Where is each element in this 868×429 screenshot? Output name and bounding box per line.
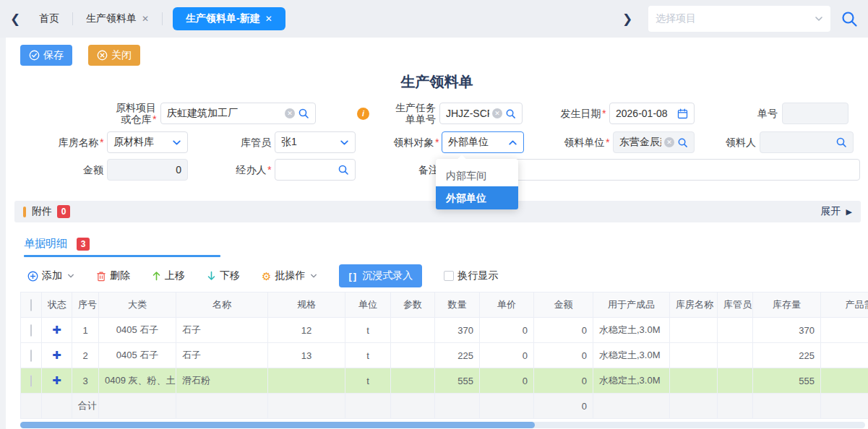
cell-demand bbox=[821, 343, 868, 368]
check-circle-icon bbox=[29, 50, 40, 61]
tab-detail[interactable]: 单据明细 3 bbox=[24, 237, 90, 251]
search-icon[interactable] bbox=[677, 137, 688, 148]
row-add-icon[interactable]: ✚ bbox=[42, 368, 72, 394]
clear-icon[interactable]: ✕ bbox=[285, 108, 295, 118]
gear-icon: ⚙ bbox=[262, 271, 271, 282]
tab-bar: ❮ 首页 生产领料单 ✕ 生产领料单-新建 ✕ ❯ 选择项目 bbox=[0, 0, 868, 38]
row-select-cell bbox=[21, 368, 42, 394]
cell-param bbox=[391, 368, 435, 394]
scrollbar-thumb[interactable] bbox=[20, 422, 535, 428]
tabs-scroll-right-icon[interactable]: ❯ bbox=[622, 12, 638, 27]
form-row-2: 库房名称* 原材料库 库管员 张1 领料对象* 外部单位 bbox=[6, 131, 868, 153]
material-project-value: 庆虹建筑加工厂 bbox=[167, 107, 282, 120]
row-add-icon[interactable]: ✚ bbox=[42, 343, 72, 368]
cell-empty bbox=[718, 394, 753, 419]
unit-input[interactable]: 东营金辰建 ✕ bbox=[613, 131, 695, 153]
tab-home[interactable]: 首页 bbox=[26, 7, 72, 30]
info-icon[interactable]: i bbox=[357, 108, 369, 120]
clear-icon[interactable]: ✕ bbox=[664, 137, 674, 147]
batch-ops-label: 批操作 bbox=[275, 269, 305, 282]
clear-icon[interactable]: ✕ bbox=[492, 108, 502, 118]
cell-name: 石子 bbox=[176, 318, 268, 343]
calendar-icon[interactable] bbox=[677, 108, 688, 119]
horizontal-scrollbar[interactable] bbox=[20, 422, 865, 428]
chevron-up-icon bbox=[508, 138, 517, 147]
row-checkbox[interactable] bbox=[30, 375, 32, 387]
cell-unit: t bbox=[345, 343, 391, 368]
table-row[interactable]: ✚ 2 0405 石子 石子 13 t 225 0 0 水稳定土,3.0M 22… bbox=[21, 343, 868, 368]
search-icon[interactable] bbox=[338, 164, 349, 176]
cell-category: 0405 石子 bbox=[99, 318, 176, 343]
date-input[interactable]: 2026-01-08 bbox=[609, 103, 695, 124]
content-panel: 保存 关闭 生产领料单 原料项目 或仓库* 庆虹建筑加工厂 ✕ i bbox=[6, 38, 868, 429]
attachment-count-badge: 0 bbox=[57, 205, 70, 218]
dropdown-option-external[interactable]: 外部单位 bbox=[436, 186, 518, 209]
warehouse-select[interactable]: 原材料库 bbox=[107, 131, 188, 153]
required-mark: * bbox=[602, 108, 606, 119]
row-checkbox[interactable] bbox=[30, 350, 32, 362]
tab-production-requisition[interactable]: 生产领料单 ✕ bbox=[73, 7, 162, 30]
cell-demand bbox=[821, 318, 868, 343]
delete-label: 删除 bbox=[110, 269, 130, 282]
cell-param bbox=[391, 343, 435, 368]
cell-keeper bbox=[718, 368, 753, 394]
table-row[interactable]: ✚ 1 0405 石子 石子 12 t 370 0 0 水稳定土,3.0M 37… bbox=[21, 318, 868, 343]
project-select-placeholder: 选择项目 bbox=[656, 12, 815, 25]
tab-close-icon[interactable]: ✕ bbox=[142, 14, 149, 24]
cell-empty bbox=[176, 394, 268, 419]
col-unit: 单位 bbox=[345, 292, 391, 318]
cell-price: 0 bbox=[480, 368, 534, 394]
search-icon[interactable] bbox=[841, 10, 858, 27]
cell-empty bbox=[753, 394, 821, 419]
required-mark: * bbox=[606, 136, 609, 148]
cell-spec: 12 bbox=[268, 318, 345, 343]
picker-input bbox=[760, 131, 854, 153]
select-all-checkbox[interactable] bbox=[30, 299, 32, 311]
keeper-select[interactable]: 张1 bbox=[275, 131, 356, 153]
move-up-button[interactable]: 上移 bbox=[152, 269, 185, 282]
expand-label: 展开 bbox=[821, 205, 841, 218]
play-icon: ▶ bbox=[846, 207, 852, 217]
dropdown-option-internal[interactable]: 内部车间 bbox=[436, 165, 518, 186]
search-icon[interactable] bbox=[505, 108, 516, 119]
tab-separator bbox=[162, 12, 163, 25]
cell-empty bbox=[435, 394, 480, 419]
save-button[interactable]: 保存 bbox=[20, 45, 72, 66]
batch-ops-button[interactable]: ⚙ 批操作 bbox=[262, 269, 317, 282]
row-add-icon[interactable]: ✚ bbox=[42, 318, 72, 343]
immersive-entry-button[interactable]: [] 沉浸式录入 bbox=[339, 264, 422, 287]
doc-no-input bbox=[782, 103, 848, 124]
tab-close-icon[interactable]: ✕ bbox=[265, 14, 272, 24]
delete-button[interactable]: 删除 bbox=[96, 269, 130, 282]
close-button[interactable]: 关闭 bbox=[88, 45, 140, 66]
target-select[interactable]: 外部单位 bbox=[442, 131, 524, 153]
detail-tab-label: 单据明细 bbox=[24, 237, 67, 251]
wrap-display-checkbox[interactable] bbox=[444, 271, 454, 281]
table-row-selected[interactable]: ✚ 3 0409 灰、粉、土 滑石粉 t 555 0 0 水稳定土,3.0M 5… bbox=[21, 368, 868, 394]
cell-stock: 555 bbox=[753, 368, 821, 394]
tab-production-requisition-new[interactable]: 生产领料单-新建 ✕ bbox=[173, 7, 285, 30]
add-button[interactable]: 添加 bbox=[27, 269, 74, 282]
cell-warehouse bbox=[670, 343, 718, 368]
action-bar: 保存 关闭 bbox=[6, 38, 868, 66]
chevron-down-icon bbox=[67, 272, 74, 280]
cell-spec bbox=[268, 368, 345, 394]
move-up-label: 上移 bbox=[165, 269, 185, 282]
cell-seq: 2 bbox=[72, 343, 99, 368]
amount-value: 0 bbox=[113, 164, 181, 176]
row-checkbox[interactable] bbox=[30, 324, 32, 337]
wrap-display-toggle[interactable]: 换行显示 bbox=[444, 269, 498, 282]
material-project-input[interactable]: 庆虹建筑加工厂 ✕ bbox=[160, 103, 316, 124]
handler-input[interactable] bbox=[275, 159, 356, 181]
task-no-input[interactable]: JHJZ-SCRW ✕ bbox=[439, 103, 523, 124]
search-icon[interactable] bbox=[835, 136, 847, 148]
date-value: 2026-01-08 bbox=[616, 108, 674, 119]
warehouse-value: 原材料库 bbox=[113, 136, 169, 149]
move-down-button[interactable]: 下移 bbox=[207, 269, 240, 282]
search-icon[interactable] bbox=[298, 108, 309, 119]
expand-toggle[interactable]: 展开 ▶ bbox=[821, 205, 852, 218]
tabs-scroll-left-icon[interactable]: ❮ bbox=[10, 12, 26, 27]
col-param: 参数 bbox=[391, 292, 435, 318]
cell-amount: 0 bbox=[534, 368, 593, 394]
project-select[interactable]: 选择项目 bbox=[648, 6, 830, 32]
